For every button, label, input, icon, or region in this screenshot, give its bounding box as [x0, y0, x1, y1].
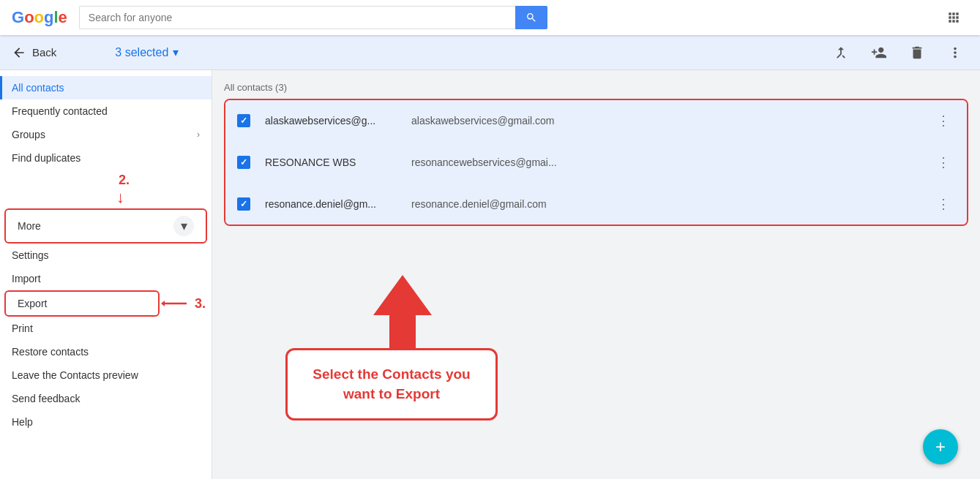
sidebar-item-all-contacts[interactable]: All contacts: [0, 76, 212, 99]
sidebar-restore-contacts-label: Restore contacts: [12, 346, 89, 358]
back-button[interactable]: Back: [12, 45, 56, 60]
contacts-box: ✓ alaskawebservices@g... alaskawebservic…: [224, 99, 968, 226]
more-options-icon: [947, 45, 963, 61]
contacts-header: All contacts (3): [224, 82, 968, 93]
sidebar-item-leave-preview[interactable]: Leave the Contacts preview: [0, 363, 212, 387]
sidebar-item-export[interactable]: Export: [6, 292, 158, 315]
check-icon-1: ✓: [240, 116, 247, 126]
logo-g2: g: [44, 8, 53, 27]
sidebar-item-groups[interactable]: Groups ›: [0, 123, 212, 146]
search-bar: [79, 6, 547, 29]
contact-3-checkbox[interactable]: ✓: [237, 197, 250, 211]
back-label: Back: [32, 46, 56, 59]
contact-2-name: RESONANCE WBS: [265, 156, 411, 168]
contact-2-email: resonancewebservices@gmai...: [411, 156, 932, 168]
step-2-annotation: 2.: [0, 170, 212, 188]
step-3-annotation: 3.: [161, 296, 206, 312]
add-person-icon: [871, 45, 887, 61]
merge-icon: [833, 45, 849, 61]
sidebar-item-print[interactable]: Print: [0, 317, 212, 340]
check-icon-3: ✓: [240, 199, 247, 209]
sidebar-print-label: Print: [12, 323, 33, 334]
contact-2-more-button[interactable]: ⋮: [932, 151, 955, 174]
sidebar-import-label: Import: [12, 273, 41, 284]
action-bar: Back 3 selected ▾: [0, 35, 980, 70]
delete-icon: [909, 45, 925, 61]
more-dropdown-icon[interactable]: ▾: [173, 216, 194, 236]
contact-1-name: alaskawebservices@g...: [265, 115, 411, 127]
action-bar-right: [828, 39, 968, 66]
step-3-label: 3.: [195, 296, 206, 312]
more-options-icon-btn[interactable]: [942, 39, 968, 66]
sidebar-item-frequently-contacted[interactable]: Frequently contacted: [0, 99, 212, 123]
delete-icon-btn[interactable]: [904, 39, 930, 66]
svg-marker-1: [161, 301, 165, 306]
google-logo: Google: [12, 8, 67, 27]
sidebar-item-help[interactable]: Help: [0, 410, 212, 434]
sidebar-frequently-contacted-label: Frequently contacted: [12, 105, 108, 117]
selected-dropdown-arrow[interactable]: ▾: [173, 45, 179, 59]
search-button[interactable]: [515, 6, 547, 29]
contact-row-3: ✓ resonance.deniel@gm... resonance.denie…: [225, 184, 967, 225]
content-area: All contacts (3) ✓ alaskawebservices@g..…: [212, 70, 980, 479]
contact-3-email: resonance.deniel@gmail.com: [411, 198, 932, 210]
fab-button[interactable]: +: [923, 429, 958, 464]
sidebar-more-label: More: [18, 220, 41, 232]
logo-o1: o: [24, 8, 34, 27]
sidebar-export-label: Export: [18, 298, 47, 309]
sidebar-groups-label: Groups: [12, 129, 45, 140]
grid-icon: [946, 10, 961, 25]
sidebar-item-import[interactable]: Import: [0, 267, 212, 290]
search-icon: [525, 12, 537, 23]
sidebar-item-more[interactable]: More ▾: [6, 210, 206, 242]
step-2-label: 2.: [107, 173, 130, 188]
search-input[interactable]: [79, 6, 515, 29]
sidebar-send-feedback-label: Send feedback: [12, 393, 80, 404]
contact-row-1: ✓ alaskawebservices@g... alaskawebservic…: [225, 100, 967, 142]
arrow-head: [373, 275, 432, 315]
sidebar-item-settings[interactable]: Settings: [0, 244, 212, 267]
contact-2-checkbox[interactable]: ✓: [237, 156, 250, 169]
contact-1-more-button[interactable]: ⋮: [932, 109, 955, 132]
contact-3-more-button[interactable]: ⋮: [932, 192, 955, 216]
merge-icon-btn[interactable]: [828, 39, 854, 66]
chevron-right-icon: ›: [197, 129, 200, 140]
sidebar-item-restore-contacts[interactable]: Restore contacts: [0, 340, 212, 363]
top-bar: Google: [0, 0, 980, 35]
select-contacts-text: Select the Contacts you want to Export: [313, 366, 470, 401]
add-person-icon-btn[interactable]: [866, 39, 892, 66]
export-row-container: Export 3.: [6, 292, 206, 315]
selected-label: 3 selected ▾: [115, 45, 179, 59]
top-bar-right: [939, 3, 968, 32]
logo-e: e: [59, 8, 67, 27]
contact-3-name: resonance.deniel@gm...: [265, 198, 411, 210]
select-contacts-box: Select the Contacts you want to Export: [285, 348, 498, 420]
contact-1-checkbox[interactable]: ✓: [237, 114, 250, 127]
check-icon-2: ✓: [240, 157, 247, 167]
sidebar-settings-label: Settings: [12, 249, 49, 261]
back-arrow-icon: [12, 45, 26, 60]
sidebar-all-contacts-label: All contacts: [12, 82, 64, 94]
apps-button[interactable]: [939, 3, 968, 32]
sidebar-item-find-duplicates[interactable]: Find duplicates: [0, 146, 212, 170]
step-1-label: 1.: [394, 476, 407, 479]
sidebar: All contacts Frequently contacted Groups…: [0, 70, 212, 479]
selected-count: 3 selected: [115, 46, 168, 59]
main-layout: All contacts Frequently contacted Groups…: [0, 70, 980, 479]
step-3-arrow-icon: [161, 298, 190, 309]
sidebar-item-send-feedback[interactable]: Send feedback: [0, 387, 212, 410]
sidebar-help-label: Help: [12, 416, 33, 428]
step-2-arrow: ↓: [0, 188, 212, 208]
logo-g: G: [12, 8, 24, 27]
fab-icon: +: [935, 437, 946, 457]
sidebar-leave-preview-label: Leave the Contacts preview: [12, 369, 138, 381]
sidebar-find-duplicates-label: Find duplicates: [12, 152, 81, 164]
contact-1-email: alaskawebservices@gmail.com: [411, 115, 932, 127]
contact-row-2: ✓ RESONANCE WBS resonancewebservices@gma…: [225, 142, 967, 184]
logo-o2: o: [34, 8, 44, 27]
